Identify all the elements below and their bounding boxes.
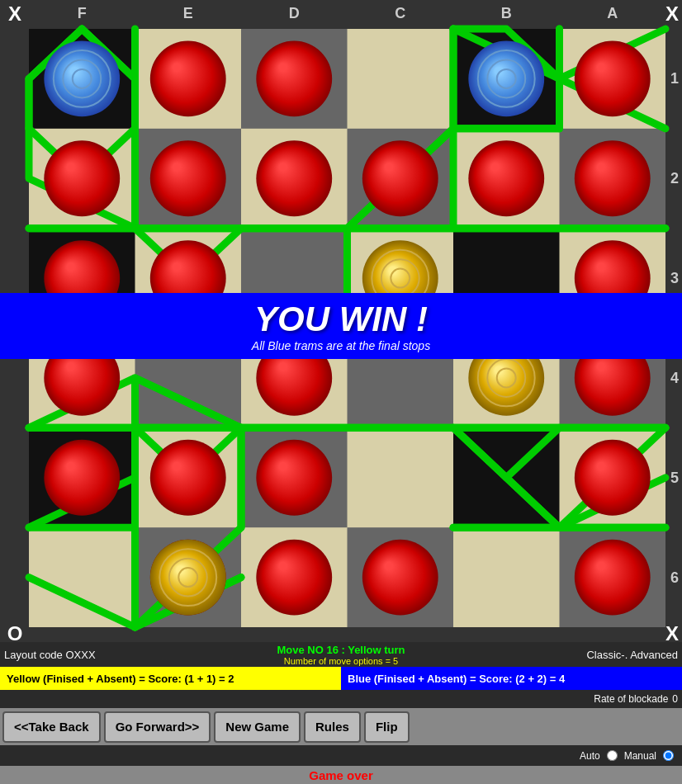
win-title: YOU WIN ! [254, 300, 428, 339]
game-container: YOU WIN ! All Blue trams are at the fina… [0, 0, 682, 784]
move-number: Move NO 16 : Yellow turn [153, 644, 529, 656]
move-info: Move NO 16 : Yellow turn Number of move … [153, 644, 529, 666]
flip-button[interactable]: Flip [364, 711, 410, 743]
new-game-button[interactable]: New Game [214, 711, 301, 743]
score-bar: Yellow (Finised + Absent) = Score: (1 + … [0, 667, 682, 690]
win-subtitle: All Blue trams are at the final stops [252, 339, 430, 352]
status-bar: Layout code OXXX Move NO 16 : Yellow tur… [0, 642, 682, 667]
blockade-bar: Rate of blockade 0 [0, 690, 682, 708]
board-area: YOU WIN ! All Blue trams are at the fina… [0, 0, 682, 642]
yellow-score: Yellow (Finised + Absent) = Score: (1 + … [0, 667, 341, 690]
game-mode: Classic-. Advanced [529, 649, 678, 661]
auto-label: Auto [580, 750, 600, 762]
buttons-bar: <<Take Back Go Forward>> New Game Rules … [0, 708, 682, 745]
manual-label: Manual [624, 750, 656, 762]
blockade-value: 0 [672, 693, 678, 705]
game-over-text: Game over [309, 768, 373, 782]
auto-manual-bar: Auto Manual [0, 745, 682, 766]
go-forward-button[interactable]: Go Forward>> [104, 711, 211, 743]
blockade-label: Rate of blockade [594, 693, 668, 705]
take-back-button[interactable]: <<Take Back [2, 711, 101, 743]
win-banner: YOU WIN ! All Blue trams are at the fina… [0, 293, 682, 359]
move-options: Number of move options = 5 [153, 656, 529, 666]
game-over-bar: Game over [0, 766, 682, 784]
auto-radio[interactable] [607, 750, 618, 761]
rules-button[interactable]: Rules [304, 711, 361, 743]
manual-radio[interactable] [663, 750, 674, 761]
blue-score: Blue (Finised + Absent) = Score: (2 + 2)… [341, 667, 682, 690]
layout-code: Layout code OXXX [4, 649, 153, 661]
